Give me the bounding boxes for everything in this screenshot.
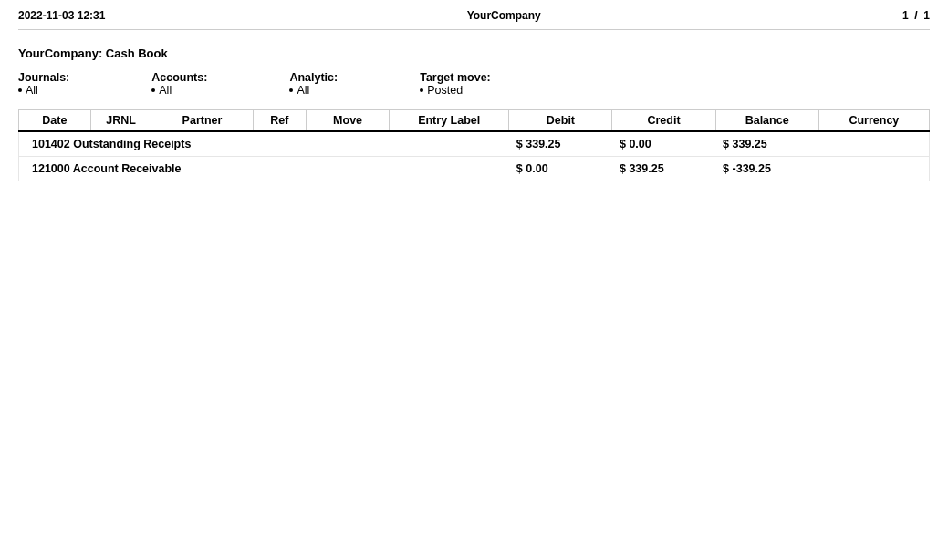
cell-balance: $ -339.25 — [715, 157, 818, 181]
cell-currency — [818, 157, 929, 181]
account-name: 101402 Outstanding Receipts — [19, 131, 509, 157]
cell-credit: $ 339.25 — [612, 157, 715, 181]
company-name: YourCompany — [105, 9, 902, 22]
col-partner: Partner — [151, 110, 253, 132]
table-row: 121000 Account Receivable $ 0.00 $ 339.2… — [19, 157, 930, 181]
filter-accounts: Accounts: All — [151, 71, 207, 97]
bullet-icon — [289, 88, 293, 92]
col-move: Move — [307, 110, 390, 132]
filter-analytic-label: Analytic: — [289, 71, 338, 84]
cell-debit: $ 0.00 — [509, 157, 612, 181]
filter-row: Journals: All Accounts: All Analytic: Al… — [18, 71, 930, 97]
filter-journals: Journals: All — [18, 71, 69, 97]
bullet-icon — [420, 88, 423, 92]
col-debit: Debit — [509, 110, 612, 132]
filter-analytic-value: All — [297, 84, 309, 97]
filter-analytic: Analytic: All — [289, 71, 338, 97]
page-indicator: 1 / 1 — [902, 9, 930, 22]
table-header-row: Date JRNL Partner Ref Move Entry Label D… — [19, 110, 930, 132]
col-jrnl: JRNL — [90, 110, 151, 132]
filter-accounts-label: Accounts: — [151, 71, 207, 84]
col-balance: Balance — [715, 110, 818, 132]
report-timestamp: 2022-11-03 12:31 — [18, 9, 105, 22]
report-header: 2022-11-03 12:31 YourCompany 1 / 1 — [18, 9, 930, 30]
bullet-icon — [151, 88, 155, 92]
account-name: 121000 Account Receivable — [19, 157, 509, 181]
filter-journals-label: Journals: — [18, 71, 69, 84]
bullet-icon — [18, 88, 22, 92]
filter-target-move: Target move: Posted — [420, 71, 491, 97]
col-credit: Credit — [612, 110, 715, 132]
cell-credit: $ 0.00 — [612, 131, 715, 157]
col-date: Date — [19, 110, 91, 132]
cell-currency — [818, 131, 929, 157]
filter-accounts-value: All — [159, 84, 172, 97]
col-currency: Currency — [818, 110, 929, 132]
col-entry-label: Entry Label — [390, 110, 509, 132]
cell-balance: $ 339.25 — [715, 131, 818, 157]
filter-target-move-label: Target move: — [420, 71, 491, 84]
table-row: 101402 Outstanding Receipts $ 339.25 $ 0… — [19, 131, 930, 157]
filter-journals-value: All — [26, 84, 38, 97]
report-title: YourCompany: Cash Book — [18, 47, 930, 60]
cell-debit: $ 339.25 — [509, 131, 612, 157]
filter-target-move-value: Posted — [427, 84, 463, 97]
col-ref: Ref — [253, 110, 307, 132]
ledger-table: Date JRNL Partner Ref Move Entry Label D… — [18, 109, 930, 181]
